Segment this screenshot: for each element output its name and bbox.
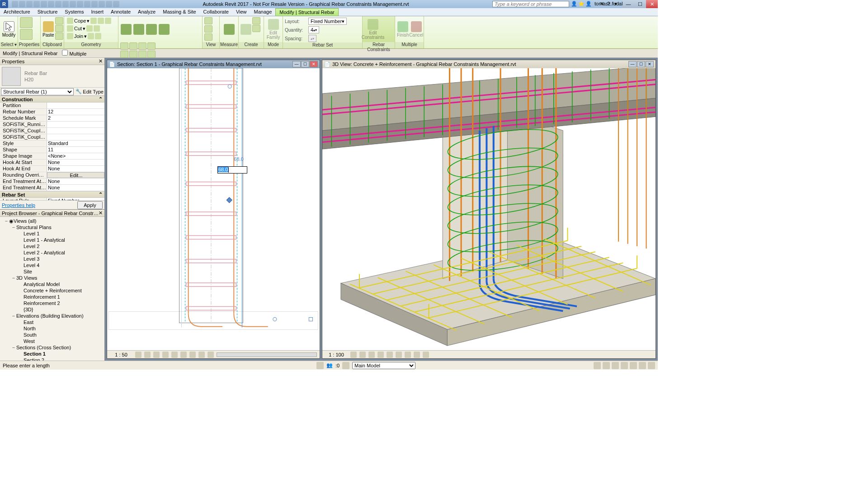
property-row[interactable]: SOFiSTiK_Coupler_Re... [0,128,104,134]
section-scale[interactable]: 1 : 50 [110,352,132,357]
property-row[interactable]: Hook At StartNone [0,160,104,166]
tree-item[interactable]: Level 4 [0,262,104,268]
align-button[interactable] [120,42,128,50]
properties-help-link[interactable]: Properties help [2,202,35,208]
browser-close-button[interactable]: ✕ [99,210,103,216]
qat-dim-icon[interactable] [70,1,76,7]
signin-icon[interactable]: 👤 [585,1,592,7]
qat-section-icon[interactable] [84,1,90,7]
measure-button[interactable] [222,17,236,42]
3d-scale[interactable]: 1 : 100 [325,352,348,357]
3d-maximize-button[interactable]: ☐ [637,61,645,67]
tree-item[interactable]: −Structural Plans [0,224,104,230]
property-row[interactable]: SOFiSTiK_Coupler_Re... [0,134,104,141]
minimize-button[interactable]: — [623,0,634,8]
tree-item[interactable]: −Sections (Cross Section) [0,344,104,351]
3d-render-icon[interactable] [387,352,393,358]
maximize-button[interactable]: ☐ [634,0,646,8]
edit-type-button[interactable]: 🔧Edit Type [75,89,104,94]
move-button[interactable] [120,17,132,42]
tree-item[interactable]: −Elevations (Building Elevation) [0,313,104,319]
help-icon[interactable]: ? [607,1,613,7]
trim-button[interactable] [138,42,146,50]
type-selector[interactable]: Rebar Bar H20 [0,65,104,88]
properties-apply-button[interactable]: Apply [77,201,103,209]
3d-reveal-icon[interactable] [414,352,420,358]
cut-clipboard-button[interactable] [55,17,63,24]
tree-item[interactable]: Site [0,268,104,275]
crop-region-icon[interactable] [180,352,187,358]
section-close-button[interactable]: ✕ [310,61,318,67]
3d-detail-icon[interactable] [350,352,357,358]
subscription-icon[interactable]: 👤 [571,1,577,7]
shadows-icon[interactable] [162,352,169,358]
drag-elements-icon[interactable] [630,362,637,369]
ribbon-tab[interactable]: Analyze [134,8,159,16]
select-pinned-icon[interactable] [612,362,619,369]
ribbon-tab[interactable]: Modify | Structural Rebar [275,8,338,16]
detail-level-icon[interactable] [135,352,142,358]
qat-3d-icon[interactable] [77,1,83,7]
modify-tool-button[interactable]: Modify [2,17,16,42]
constraints-icon[interactable] [208,352,214,358]
ribbon-tab[interactable]: Systems [61,8,87,16]
qat-measure-icon[interactable] [48,1,54,7]
help-dropdown-icon[interactable]: ▾ [614,1,621,7]
copy-button[interactable] [133,17,145,42]
tree-item[interactable]: Concrete + Reinforcement [0,287,104,294]
tree-expander-icon[interactable]: − [11,225,16,230]
edit-family-button[interactable]: Edit Family [266,17,281,42]
cut-geometry-button[interactable]: Cut▾ [66,25,116,32]
property-row[interactable]: Shape11 [0,147,104,153]
property-row[interactable]: SOFiSTiK_Running_Le... [0,122,104,128]
ribbon-tab[interactable]: Structure [34,8,61,16]
property-row[interactable]: End Treatment At StartNone [0,178,104,185]
split-button[interactable] [147,42,156,50]
section-view-canvas[interactable]: 68.0 68.0 [107,68,320,350]
panel-select-title[interactable]: Select ▾ [0,42,18,48]
unpin-button[interactable] [147,51,156,58]
tree-item[interactable]: −◉ Views (all) [0,218,104,224]
project-browser-tree[interactable]: −◉ Views (all)−Structural PlansLevel 1Le… [0,217,104,361]
tree-item[interactable]: Level 1 - Analytical [0,237,104,243]
ribbon-tab[interactable]: View [232,8,250,16]
section-maximize-button[interactable]: ☐ [301,61,309,67]
tree-item[interactable]: Level 2 - Analytical [0,249,104,256]
qat-thin-icon[interactable] [91,1,98,7]
create-assembly-button[interactable] [252,25,260,32]
sun-path-icon[interactable] [153,352,160,358]
property-row[interactable]: Hook At EndNone [0,166,104,172]
ribbon-tab[interactable]: Massing & Site [159,8,199,16]
3d-visual-style-icon[interactable] [359,352,366,358]
tree-item[interactable]: West [0,338,104,344]
qat-undo-icon[interactable] [26,1,33,7]
hide-isolate-icon[interactable] [189,352,196,358]
create-parts-button[interactable] [252,17,260,24]
exchange-icon[interactable]: ✕ [600,1,606,7]
filter-icon[interactable] [639,362,646,369]
workset-dropdown[interactable]: Main Model [352,362,415,369]
property-grid[interactable]: Construction⌃ PartitionRebar Number12Sch… [0,96,104,200]
3d-hide-icon[interactable] [405,352,411,358]
favorite-icon[interactable]: ⭐ [578,1,585,7]
crop-icon[interactable] [171,352,178,358]
tree-item[interactable]: East [0,319,104,325]
type-properties-button[interactable] [20,29,33,40]
property-row[interactable]: Rounding OverridesEdit... [0,172,104,178]
select-links-icon[interactable] [594,362,601,369]
property-row[interactable]: Schedule Mark2 [0,115,104,122]
close-button[interactable]: ✕ [646,0,658,8]
tree-expander-icon[interactable]: − [4,218,9,224]
view-displace-button[interactable] [204,33,212,41]
property-row[interactable]: StyleStandard [0,141,104,147]
offset-button[interactable] [129,42,137,50]
background-icon[interactable] [648,362,655,369]
qat-align-icon[interactable] [55,1,61,7]
dimension-edit-input[interactable]: 68.0 [217,166,247,174]
3d-crop-icon[interactable] [396,352,402,358]
tree-expander-icon[interactable]: − [11,313,16,319]
ribbon-tab[interactable]: Annotate [107,8,134,16]
3d-minimize-button[interactable]: — [628,61,637,67]
instance-filter-dropdown[interactable]: Structural Rebar (1) [1,88,74,95]
properties-close-button[interactable]: ✕ [99,58,103,64]
